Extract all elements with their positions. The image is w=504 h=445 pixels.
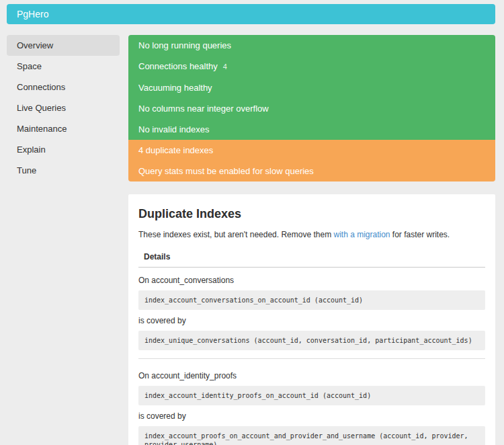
duplicate-indexes-card: Duplicate Indexes These indexes exist, b… xyxy=(128,194,495,445)
covered-by-label: is covered by xyxy=(138,316,485,325)
on-table-label: On account_conversations xyxy=(138,276,485,285)
page-title: Duplicate Indexes xyxy=(138,207,485,221)
description-text-before: These indexes exist, but aren't needed. … xyxy=(138,230,333,239)
status-connections-healthy[interactable]: Connections healthy4 xyxy=(128,56,495,77)
sidebar-item-maintenance[interactable]: Maintenance xyxy=(7,118,120,139)
on-table-label: On account_identity_proofs xyxy=(138,371,485,380)
status-vacuuming-healthy[interactable]: Vacuuming healthy xyxy=(128,77,495,98)
covering-index-code: index_unique_conversations (account_id, … xyxy=(138,331,485,350)
status-alerts: No long running queries Connections heal… xyxy=(128,35,495,181)
main-content: No long running queries Connections heal… xyxy=(128,35,495,445)
covering-index-code: index_account_proofs_on_account_and_prov… xyxy=(138,426,485,445)
sidebar-item-live-queries[interactable]: Live Queries xyxy=(7,97,120,118)
status-no-integer-overflow[interactable]: No columns near integer overflow xyxy=(128,98,495,119)
status-count: 4 xyxy=(223,63,227,71)
status-no-invalid-indexes[interactable]: No invalid indexes xyxy=(128,119,495,140)
status-label: Connections healthy xyxy=(138,61,218,71)
status-query-stats-disabled[interactable]: Query stats must be enabled for slow que… xyxy=(128,161,495,181)
migration-link[interactable]: with a migration xyxy=(333,230,390,239)
sidebar-item-explain[interactable]: Explain xyxy=(7,139,120,160)
covered-by-label: is covered by xyxy=(138,411,485,421)
card-description: These indexes exist, but aren't needed. … xyxy=(138,230,485,240)
duplicate-index-code: index_account_identity_proofs_on_account… xyxy=(138,386,485,405)
status-no-long-running-queries[interactable]: No long running queries xyxy=(128,35,495,56)
sidebar-item-connections[interactable]: Connections xyxy=(7,77,120,97)
sidebar-item-overview[interactable]: Overview xyxy=(7,35,120,56)
duplicate-index-code: index_account_conversations_on_account_i… xyxy=(138,290,485,310)
page: PgHero Overview Space Connections Live Q… xyxy=(0,0,504,445)
description-text-after: for faster writes. xyxy=(390,230,450,239)
content-row: Overview Space Connections Live Queries … xyxy=(7,35,495,445)
sidebar: Overview Space Connections Live Queries … xyxy=(7,35,120,445)
details-header: Details xyxy=(138,247,485,268)
navbar: PgHero xyxy=(7,4,495,24)
brand-link[interactable]: PgHero xyxy=(17,9,48,19)
status-duplicate-indexes[interactable]: 4 duplicate indexes xyxy=(128,140,495,161)
sidebar-item-tune[interactable]: Tune xyxy=(7,160,120,181)
sidebar-item-space[interactable]: Space xyxy=(7,56,120,77)
duplicate-index-section: On account_conversations index_account_c… xyxy=(138,276,485,358)
duplicate-index-section: On account_identity_proofs index_account… xyxy=(138,358,485,445)
